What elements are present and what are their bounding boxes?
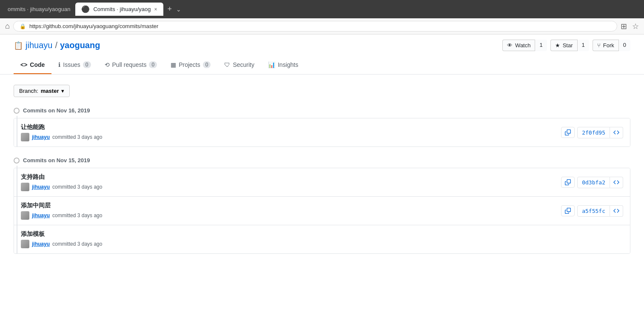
commit-hash-button[interactable]: 2f0fd95 [577,127,610,138]
repo-owner-link[interactable]: jihuayu [26,40,52,50]
repo-title: 📋 jihuayu / yaoguang [14,40,100,50]
address-bar-row: ⌂ 🔒 https://github.com/jihuayu/yaoguang/… [0,18,644,34]
date-text-1: Commits on Nov 15, 2019 [23,157,90,164]
star-button[interactable]: ★ Star [550,40,577,51]
issues-icon: ℹ [58,61,60,68]
bookmark-icon[interactable]: ☆ [632,22,639,31]
code-icon: <> [20,61,27,68]
tab-code[interactable]: <> Code [14,56,51,74]
star-icon: ★ [555,42,560,49]
commit-author[interactable]: jihuayu [32,212,50,218]
eye-icon: 👁 [507,42,513,49]
date-text-0: Commits on Nov 16, 2019 [23,107,90,114]
active-tab[interactable]: ⚫ Commits · jihuayu/yaog × [75,3,163,16]
commit-time: committed 3 days ago [52,134,102,140]
commit-group-0: Commits on Nov 16, 2019让他能跑jihuayucommit… [14,107,630,147]
date-circle-icon [14,108,20,114]
projects-icon: ▦ [171,61,176,68]
shield-icon: 🛡 [224,61,230,68]
fork-icon: ⑂ [597,42,601,49]
inactive-tab[interactable]: ommits · jihuayu/yaoguan [4,3,74,15]
fork-label: Fork [603,42,614,49]
repo-nav: <> Code ℹ Issues 0 ⟲ Pull requests 0 ▦ P… [14,56,630,74]
commit-item: 添加中间层jihuayucommitted 3 days agoa5f55fc [14,197,630,225]
tab-projects[interactable]: ▦ Projects 0 [164,56,217,74]
star-label: Star [563,42,573,49]
commit-group-1: Commits on Nov 15, 2019支持路由jihuayucommit… [14,157,630,254]
branch-name: master [41,88,59,94]
tab-pull-requests[interactable]: ⟲ Pull requests 0 [98,56,164,74]
commit-message[interactable]: 添加模板 [21,230,102,238]
commit-message[interactable]: 支持路由 [21,173,102,181]
watch-label: Watch [515,42,530,49]
projects-label: Projects [179,61,200,68]
browser-chrome: ommits · jihuayu/yaoguan ⚫ Commits · jih… [0,0,644,18]
repo-separator: / [55,40,57,50]
star-count[interactable]: 1 [577,40,589,51]
pr-badge: 0 [149,61,157,68]
sidebar-icon[interactable]: ⊞ [621,22,627,31]
commit-list-1: 支持路由jihuayucommitted 3 days ago0d3bfa2添加… [14,168,630,254]
copy-commit-button[interactable] [561,127,575,138]
lock-icon: 🔒 [20,23,26,29]
branch-chevron-icon: ▾ [61,88,64,94]
commit-hash-button[interactable]: a5f55fc [577,205,610,217]
date-circle-icon [14,158,20,164]
barchart-icon: 📊 [268,61,275,68]
github-header: 📋 jihuayu / yaoguang 👁 Watch 1 ★ Star 1 [0,34,644,75]
commit-time: committed 3 days ago [52,184,102,190]
home-icon[interactable]: ⌂ [5,22,10,31]
watch-count[interactable]: 1 [535,40,547,51]
url-text: https://github.com/jihuayu/yaoguang/comm… [29,23,611,29]
insights-label: Insights [278,61,298,68]
tab-close-button[interactable]: × [154,6,157,12]
browse-files-button[interactable] [610,177,623,188]
commit-author[interactable]: jihuayu [32,184,50,190]
browse-files-button[interactable] [610,127,623,138]
star-group: ★ Star 1 [550,40,589,51]
date-header-1: Commits on Nov 15, 2019 [14,157,630,164]
tab-title: Commits · jihuayu/yaog [93,6,151,12]
browse-files-button[interactable] [610,205,623,217]
fork-count[interactable]: 0 [618,40,630,51]
commit-message[interactable]: 添加中间层 [21,202,102,210]
commit-author[interactable]: jihuayu [32,134,50,140]
issues-badge: 0 [83,61,91,68]
commit-list-0: 让他能跑jihuayucommitted 3 days ago2f0fd95 [14,118,630,147]
branch-selector[interactable]: Branch: master ▾ [14,85,70,97]
repo-name-link[interactable]: yaoguang [60,40,100,50]
tab-bar: ommits · jihuayu/yaoguan ⚫ Commits · jih… [4,3,181,16]
commit-groups-container: Commits on Nov 16, 2019让他能跑jihuayucommit… [14,107,630,254]
tab-security[interactable]: 🛡 Security [217,56,261,74]
pr-label: Pull requests [112,61,147,68]
avatar [21,211,29,220]
tab-dropdown-button[interactable]: ⌄ [176,6,181,13]
tab-insights[interactable]: 📊 Insights [261,56,305,74]
code-label: Code [30,61,45,68]
copy-commit-button[interactable] [561,205,575,216]
watch-button[interactable]: 👁 Watch [502,40,535,51]
date-header-0: Commits on Nov 16, 2019 [14,107,630,114]
watch-group: 👁 Watch 1 [502,40,547,51]
repo-title-row: 📋 jihuayu / yaoguang 👁 Watch 1 ★ Star 1 [14,40,630,56]
browser-nav-icons: ⊞ ☆ [621,22,639,31]
fork-group: ⑂ Fork 0 [593,40,630,51]
pr-icon: ⟲ [105,61,110,68]
avatar [21,133,29,141]
commit-item: 添加模板jihuayucommitted 3 days ago [14,225,630,253]
commit-time: committed 3 days ago [52,212,102,218]
main-content: Branch: master ▾ Commits on Nov 16, 2019… [0,75,644,274]
security-label: Security [233,61,254,68]
repo-icon: 📋 [14,41,23,50]
new-tab-button[interactable]: + [165,5,175,14]
issues-label: Issues [63,61,80,68]
avatar [21,240,29,248]
commit-message[interactable]: 让他能跑 [21,123,102,131]
address-bar[interactable]: 🔒 https://github.com/jihuayu/yaoguang/co… [13,21,617,32]
commit-hash-button[interactable]: 0d3bfa2 [577,177,610,188]
projects-badge: 0 [203,61,211,68]
copy-commit-button[interactable] [561,177,575,188]
tab-issues[interactable]: ℹ Issues 0 [51,56,97,74]
fork-button[interactable]: ⑂ Fork [593,40,618,51]
commit-author[interactable]: jihuayu [32,241,50,247]
